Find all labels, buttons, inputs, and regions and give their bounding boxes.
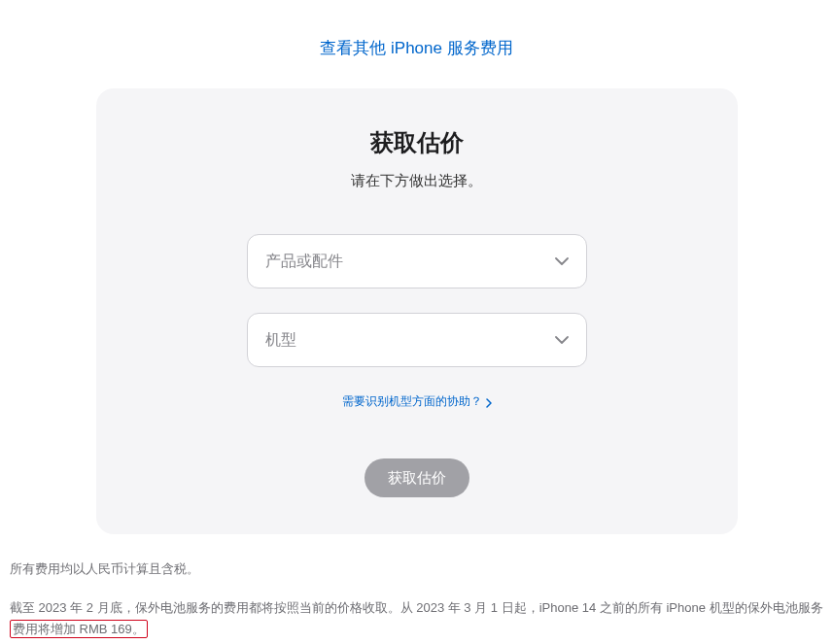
model-select[interactable]: 机型: [247, 313, 587, 367]
footnotes: 所有费用均以人民币计算且含税。 截至 2023 年 2 月底，保外电池服务的费用…: [0, 534, 833, 640]
identify-model-help-link[interactable]: 需要识别机型方面的协助？: [342, 393, 492, 410]
model-select-wrapper: 机型: [247, 313, 587, 367]
product-select-placeholder: 产品或配件: [265, 252, 343, 272]
price-increase-highlight: 费用将增加 RMB 169。: [10, 620, 148, 638]
product-select-wrapper: 产品或配件: [247, 234, 587, 288]
chevron-right-icon: [486, 397, 492, 407]
footnote-price-pre: 截至 2023 年 2 月底，保外电池服务的费用都将按照当前的价格收取。从 20…: [10, 600, 823, 615]
card-subtitle: 请在下方做出选择。: [125, 172, 709, 190]
help-link-label: 需要识别机型方面的协助？: [342, 393, 482, 410]
product-select[interactable]: 产品或配件: [247, 234, 587, 288]
chevron-down-icon: [555, 257, 569, 265]
top-link-container: 查看其他 iPhone 服务费用: [0, 0, 833, 88]
footnote-price-change: 截至 2023 年 2 月底，保外电池服务的费用都将按照当前的价格收取。从 20…: [10, 597, 823, 640]
model-select-placeholder: 机型: [265, 330, 296, 351]
get-estimate-button[interactable]: 获取估价: [364, 458, 469, 497]
chevron-down-icon: [555, 336, 569, 344]
footnote-tax: 所有费用均以人民币计算且含税。: [10, 559, 823, 580]
card-title: 获取估价: [125, 127, 709, 158]
submit-row: 获取估价: [125, 458, 709, 497]
see-other-services-link[interactable]: 查看其他 iPhone 服务费用: [320, 39, 512, 57]
estimate-card: 获取估价 请在下方做出选择。 产品或配件 机型 需要识别机型方面的协助？ 获取估…: [96, 88, 738, 534]
